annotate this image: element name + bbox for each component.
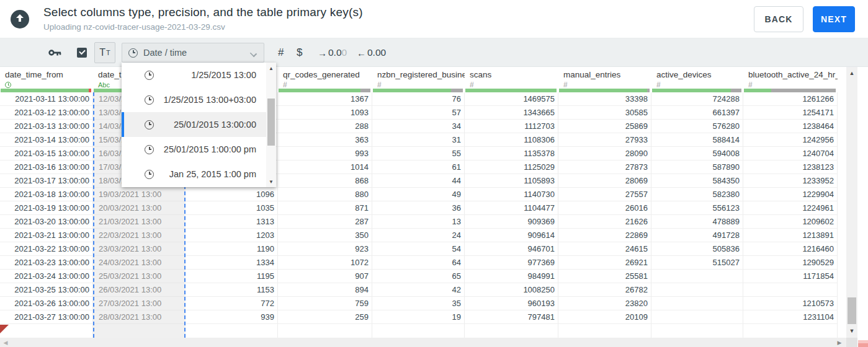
numeric-type-button[interactable]: #	[278, 38, 284, 67]
column-cells: 1469575134366511127031108306113537811250…	[465, 92, 558, 338]
scroll-up-button[interactable]: ▲	[266, 64, 276, 72]
table-cell: 1213891	[743, 229, 837, 242]
table-cell: 946701	[465, 242, 558, 256]
table-column-active_devices[interactable]: active_devices#7242886613975762805884145…	[651, 67, 743, 338]
column-header[interactable]: manual_entries#	[558, 67, 651, 89]
table-cell: 1035	[186, 201, 277, 215]
column-header[interactable]: active_devices#	[651, 67, 743, 89]
table-cell: 1112703	[465, 120, 558, 133]
scroll-down-button[interactable]: ▼	[846, 327, 857, 335]
vertical-scrollbar-thumb[interactable]	[848, 297, 856, 324]
table-cell: 515027	[651, 256, 743, 270]
column-cells: 2021-03-11 13:00:002021-03-12 13:00:0020…	[0, 92, 93, 338]
text-type-button[interactable]: TT	[94, 42, 115, 63]
table-cell: 27557	[558, 188, 651, 201]
table-cell: 478889	[651, 215, 743, 229]
format-option[interactable]: 25/01/2015 1:00:00 pm	[122, 137, 266, 162]
table-column-scans[interactable]: scans#1469575134366511127031108306113537…	[465, 67, 558, 338]
back-button[interactable]: BACK	[754, 6, 803, 32]
format-option[interactable]: Jan 25, 2015 1:00 pm	[122, 162, 266, 187]
table-cell: 64	[372, 256, 464, 270]
increase-decimals-button[interactable]: → 0.0 0	[318, 38, 347, 67]
table-cell: 2021-03-27 13:00:00	[0, 310, 92, 324]
table-column-bluetooth_active_24_hr_[interactable]: bluetooth_active_24_hr_#1261266125417112…	[743, 67, 838, 338]
table-cell: 44	[372, 174, 464, 188]
table-cell: 25/03/2021 13:00	[94, 270, 184, 283]
resize-corner[interactable]	[858, 340, 868, 347]
table-column-date_time_from[interactable]: date_time_from2021-03-11 13:00:002021-03…	[0, 67, 93, 338]
scrollbar-thumb[interactable]	[267, 99, 275, 146]
scrollbar-corner	[846, 338, 857, 347]
table-cell: 871	[278, 201, 372, 215]
table-cell: 1190	[186, 242, 277, 256]
clock-icon	[145, 145, 154, 154]
format-option[interactable]: 1/25/2015 13:00	[122, 63, 266, 87]
table-cell: 2021-03-23 13:00:00	[0, 256, 92, 270]
table-cell: 20109	[558, 310, 651, 324]
resize-corner-stripe	[858, 343, 868, 347]
column-cells: 3339830585258692793328090278732806927557…	[558, 92, 651, 338]
horizontal-scrollbar[interactable]: ◀ ▶	[0, 338, 846, 347]
table-cell: 35	[372, 297, 464, 310]
format-option-label: 1/25/2015 13:00+03:00	[154, 95, 266, 105]
number-type-glyph: #	[748, 81, 838, 89]
arrow-left-icon: ←	[357, 48, 366, 58]
table-cell	[743, 283, 837, 297]
scroll-up-button[interactable]: ▲	[846, 69, 857, 77]
table-cell: 909369	[465, 215, 558, 229]
page-subtitle: Uploading nz-covid-tracer-usage-2021-03-…	[43, 22, 225, 32]
column-header[interactable]: scans#	[465, 67, 558, 89]
format-option-label: Jan 25, 2015 1:00 pm	[154, 169, 266, 179]
include-column-checkbox[interactable]	[77, 38, 87, 67]
table-cell: 1290529	[743, 256, 837, 270]
number-type-glyph: #	[563, 81, 651, 89]
table-cell: 1072	[278, 256, 372, 270]
format-option-list: 1/25/2015 13:001/25/2015 13:00+03:0025/0…	[122, 63, 266, 187]
table-cell: 1135378	[465, 147, 558, 160]
table-cell: 22/03/2021 13:00	[94, 229, 184, 242]
table-cell: 984991	[465, 270, 558, 283]
next-button[interactable]: NEXT	[813, 6, 855, 32]
table-cell: 1093	[278, 106, 372, 120]
table-column-nzbn_registered_busine[interactable]: nzbn_registered_busine#76573431556144493…	[372, 67, 465, 338]
text-type-label: T	[99, 47, 105, 58]
table-cell: 2021-03-26 13:00:00	[0, 297, 92, 310]
table-column-qr_codes_generated[interactable]: qr_codes_generated#136710932883639931014…	[278, 67, 372, 338]
table-cell: 2021-03-11 13:00:00	[0, 92, 92, 106]
datetime-type-icon	[5, 82, 11, 88]
scroll-right-button[interactable]: ▶	[835, 338, 844, 347]
column-header[interactable]: nzbn_registered_busine#	[372, 67, 465, 89]
table-cell	[651, 270, 743, 283]
table-cell: 960193	[465, 297, 558, 310]
format-option[interactable]: 25/01/2015 13:00:00	[122, 112, 266, 137]
scroll-down-button[interactable]: ▼	[266, 177, 276, 186]
table-cell: 33398	[558, 92, 651, 106]
dropdown-scrollbar[interactable]: ▲ ▼	[266, 63, 276, 187]
table-cell: 350	[278, 229, 372, 242]
table-cell: 2021-03-12 13:00:00	[0, 106, 92, 120]
column-cells	[838, 92, 846, 338]
table-cell: 1261266	[743, 92, 837, 106]
table-cell: 2021-03-13 13:00:00	[0, 120, 92, 133]
table-cell: 1210573	[743, 297, 837, 310]
table-cell: 21626	[558, 215, 651, 229]
table-cell: 2021-03-24 13:00:00	[0, 270, 92, 283]
vertical-scrollbar[interactable]: ▲ ▼	[846, 67, 857, 338]
table-cell: 1140730	[465, 188, 558, 201]
column-name: manual_entries	[563, 70, 651, 79]
column-type-select[interactable]: Date / time	[122, 43, 264, 63]
column-header[interactable]: bluetooth_active_24_hr_#	[743, 67, 838, 89]
format-option[interactable]: 1/25/2015 13:00+03:00	[122, 87, 266, 112]
currency-type-button[interactable]: $	[297, 38, 302, 67]
table-cell: 22869	[558, 229, 651, 242]
table-cell: 993	[278, 147, 372, 160]
scroll-left-button[interactable]: ◀	[1, 338, 10, 347]
primary-key-button[interactable]	[48, 38, 61, 67]
column-header[interactable]: date_time_from	[0, 67, 93, 89]
table-cell: 868	[278, 174, 372, 188]
table-cell: 2021-03-22 13:00:00	[0, 242, 92, 256]
more-rows-marker-icon	[0, 325, 9, 333]
column-header[interactable]: qr_codes_generated#	[278, 67, 372, 89]
table-column-manual_entries[interactable]: manual_entries#3339830585258692793328090…	[558, 67, 651, 338]
decrease-decimals-button[interactable]: ← 0.00	[357, 38, 386, 67]
